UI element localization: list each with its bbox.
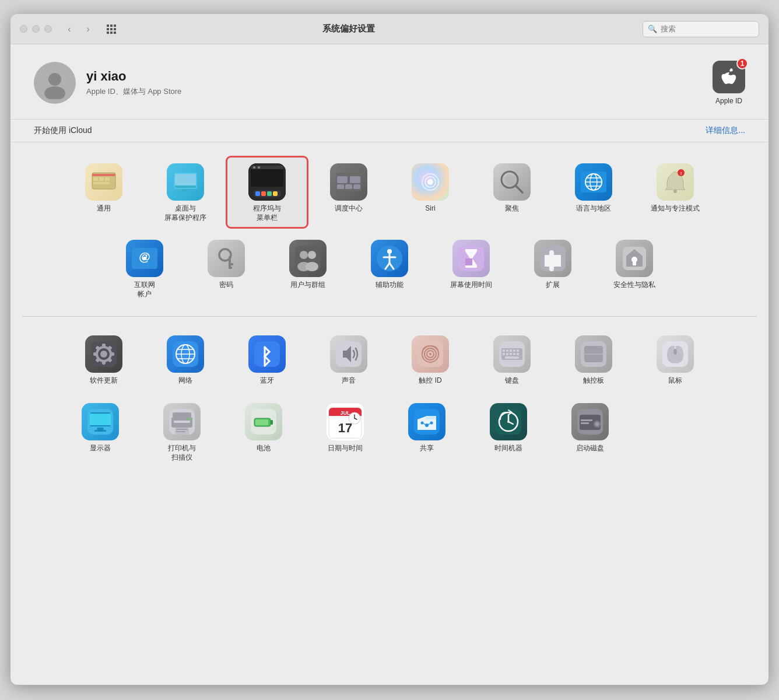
desktop-icon xyxy=(167,163,204,201)
pref-datetime[interactable]: JUL 17 日期与时间 xyxy=(304,396,386,468)
pref-touchid[interactable]: 触控 ID xyxy=(390,328,471,391)
pref-startup[interactable]: 启动磁盘 xyxy=(549,396,631,468)
svg-rect-27 xyxy=(273,191,278,196)
pref-network[interactable]: 网络 xyxy=(145,328,226,391)
pref-spotlight[interactable]: 聚焦 xyxy=(471,156,553,228)
pref-sharing[interactable]: 共享 xyxy=(386,396,468,468)
search-box[interactable]: 🔍 xyxy=(643,21,759,37)
display-label: 显示器 xyxy=(90,444,111,453)
software-label: 软件更新 xyxy=(90,376,118,386)
window-title: 系统偏好设置 xyxy=(54,23,643,34)
pref-mouse[interactable]: 鼠标 xyxy=(634,328,716,391)
svg-rect-32 xyxy=(337,176,348,183)
datetime-icon: JUL 17 xyxy=(327,403,364,440)
svg-rect-16 xyxy=(93,182,110,184)
language-icon xyxy=(575,163,612,201)
users-icon xyxy=(289,240,327,277)
pref-dock[interactable]: 程序坞与菜单栏 xyxy=(226,156,308,228)
pref-desktop[interactable]: 桌面与屏幕保护程序 xyxy=(145,156,226,228)
prefs-grid-section-2: 软件更新 网络 xyxy=(10,317,769,480)
svg-rect-28 xyxy=(251,166,283,169)
pref-printer[interactable]: 打印机与扫描仪 xyxy=(141,396,223,468)
svg-rect-118 xyxy=(90,414,111,425)
svg-rect-34 xyxy=(337,184,344,189)
svg-point-65 xyxy=(387,249,392,254)
svg-rect-67 xyxy=(465,258,472,265)
network-icon xyxy=(167,335,204,373)
pref-timemachine[interactable]: 时间机器 xyxy=(468,396,549,468)
svg-point-39 xyxy=(427,179,433,185)
extensions-icon xyxy=(534,240,571,277)
svg-point-128 xyxy=(188,418,190,421)
icloud-link[interactable]: 详细信息... xyxy=(706,125,745,136)
search-input[interactable] xyxy=(661,24,754,33)
svg-point-155 xyxy=(595,422,599,426)
security-icon xyxy=(616,240,653,277)
dock-icon xyxy=(248,163,286,201)
svg-point-9 xyxy=(48,73,61,86)
touchid-icon xyxy=(412,335,449,373)
icloud-bar: 开始使用 iCloud 详细信息... xyxy=(10,119,769,142)
pref-mission[interactable]: 调度中心 xyxy=(308,156,390,228)
mission-icon xyxy=(330,163,367,201)
pref-display[interactable]: 显示器 xyxy=(59,396,141,468)
pref-extensions[interactable]: 扩展 xyxy=(512,233,594,304)
pref-passwords[interactable]: 密码 xyxy=(185,233,267,304)
pref-general[interactable]: 通用 xyxy=(63,156,145,228)
pref-software[interactable]: 软件更新 xyxy=(63,328,145,391)
svg-rect-99 xyxy=(503,349,505,352)
svg-rect-58 xyxy=(229,267,232,269)
titlebar: ‹ › 系统偏好设置 🔍 xyxy=(10,14,769,44)
svg-rect-56 xyxy=(229,256,231,268)
pref-security[interactable]: 安全性与隐私 xyxy=(594,233,675,304)
svg-text:@: @ xyxy=(139,250,150,263)
bluetooth-icon xyxy=(248,335,286,373)
pref-notifications[interactable]: ! 通知与专注模式 xyxy=(634,156,716,228)
svg-rect-78 xyxy=(110,352,114,356)
svg-text:JUL: JUL xyxy=(340,410,350,416)
pref-keyboard[interactable]: 键盘 xyxy=(471,328,553,391)
mouse-icon xyxy=(657,335,694,373)
network-label: 网络 xyxy=(178,376,192,386)
close-button[interactable] xyxy=(20,25,27,33)
dock-label: 程序坞与菜单栏 xyxy=(253,204,281,222)
avatar[interactable] xyxy=(34,62,76,104)
svg-rect-18 xyxy=(175,174,196,186)
svg-rect-100 xyxy=(506,349,508,352)
prefs-row-2: @ 互联网帐户 密码 xyxy=(20,233,759,304)
maximize-button[interactable] xyxy=(44,25,52,33)
printer-label: 打印机与扫描仪 xyxy=(168,444,196,462)
mission-label: 调度中心 xyxy=(335,204,363,214)
sound-label: 声音 xyxy=(342,376,356,386)
minimize-button[interactable] xyxy=(32,25,40,33)
svg-rect-119 xyxy=(97,428,104,430)
notifications-label: 通知与专注模式 xyxy=(651,204,700,214)
pref-users[interactable]: 用户与群组 xyxy=(267,233,349,304)
icloud-text: 开始使用 iCloud xyxy=(34,125,92,136)
screentime-icon xyxy=(452,240,490,277)
svg-rect-120 xyxy=(94,430,106,432)
pref-internet[interactable]: @ 互联网帐户 xyxy=(104,233,185,304)
general-label: 通用 xyxy=(97,204,111,214)
pref-siri[interactable]: Siri xyxy=(390,156,471,228)
startup-label: 启动磁盘 xyxy=(576,444,604,453)
pref-bluetooth[interactable]: 蓝牙 xyxy=(226,328,308,391)
pref-screentime[interactable]: 屏幕使用时间 xyxy=(430,233,512,304)
apple-id-label: Apple ID xyxy=(715,97,742,105)
printer-icon xyxy=(163,403,201,440)
svg-rect-76 xyxy=(102,360,106,365)
svg-rect-57 xyxy=(229,263,233,265)
timemachine-label: 时间机器 xyxy=(494,444,522,453)
svg-point-115 xyxy=(673,349,677,355)
svg-rect-26 xyxy=(267,191,272,196)
apple-id-button[interactable]: 1 Apple ID xyxy=(713,61,745,105)
svg-rect-109 xyxy=(505,356,519,359)
svg-rect-35 xyxy=(345,184,352,189)
trackpad-icon xyxy=(575,335,612,373)
touchid-label: 触控 ID xyxy=(419,376,441,386)
pref-sound[interactable]: 声音 xyxy=(308,328,390,391)
pref-trackpad[interactable]: 触控板 xyxy=(553,328,634,391)
pref-battery[interactable]: 电池 xyxy=(223,396,304,468)
pref-language[interactable]: 语言与地区 xyxy=(553,156,634,228)
pref-accessibility[interactable]: 辅助功能 xyxy=(349,233,430,304)
